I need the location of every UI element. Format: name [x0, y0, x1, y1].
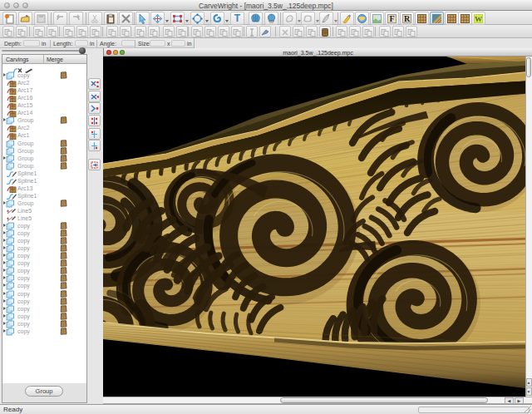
svg-text:R: R — [404, 14, 411, 23]
svg-text:F: F — [389, 14, 394, 23]
svg-text:W: W — [475, 15, 482, 23]
